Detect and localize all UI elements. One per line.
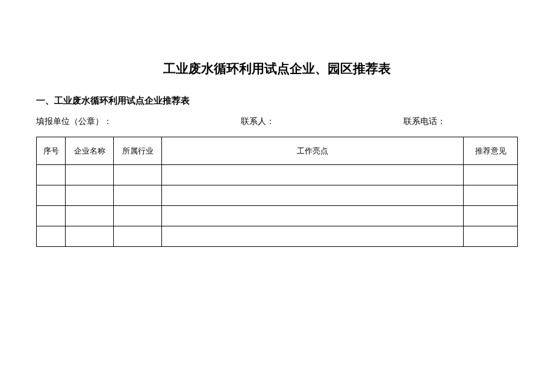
header-industry: 所属行业 [114, 137, 162, 165]
header-seq: 序号 [37, 137, 66, 165]
page-title: 工业废水循环利用试点企业、园区推荐表 [36, 60, 518, 77]
cell-industry [114, 226, 162, 247]
contact-label: 联系人： [241, 116, 403, 127]
section-subtitle: 一、工业废水循环利用试点企业推荐表 [36, 95, 518, 107]
cell-opinion [464, 165, 518, 185]
cell-name [66, 206, 114, 226]
cell-highlight [162, 226, 464, 247]
cell-seq [37, 165, 66, 185]
header-opinion: 推荐意见 [464, 137, 518, 165]
phone-label: 联系电话： [403, 116, 518, 127]
cell-industry [114, 185, 162, 206]
cell-industry [114, 165, 162, 185]
table-row [37, 226, 518, 247]
cell-opinion [464, 226, 518, 247]
table-header-row: 序号 企业名称 所属行业 工作亮点 推荐意见 [37, 137, 518, 165]
cell-opinion [464, 185, 518, 206]
cell-seq [37, 226, 66, 247]
cell-name [66, 165, 114, 185]
cell-seq [37, 185, 66, 206]
cell-highlight [162, 185, 464, 206]
table-row [37, 165, 518, 185]
cell-name [66, 185, 114, 206]
table-row [37, 206, 518, 226]
cell-highlight [162, 165, 464, 185]
document-page: 工业废水循环利用试点企业、园区推荐表 一、工业废水循环利用试点企业推荐表 填报单… [0, 0, 554, 247]
cell-opinion [464, 206, 518, 226]
cell-name [66, 226, 114, 247]
header-name: 企业名称 [66, 137, 114, 165]
cell-highlight [162, 206, 464, 226]
header-highlight: 工作亮点 [162, 137, 464, 165]
unit-label: 填报单位（公章）： [36, 116, 241, 127]
info-row: 填报单位（公章）： 联系人： 联系电话： [36, 116, 518, 127]
table-row [37, 185, 518, 206]
cell-industry [114, 206, 162, 226]
cell-seq [37, 206, 66, 226]
recommendation-table: 序号 企业名称 所属行业 工作亮点 推荐意见 [36, 137, 518, 247]
